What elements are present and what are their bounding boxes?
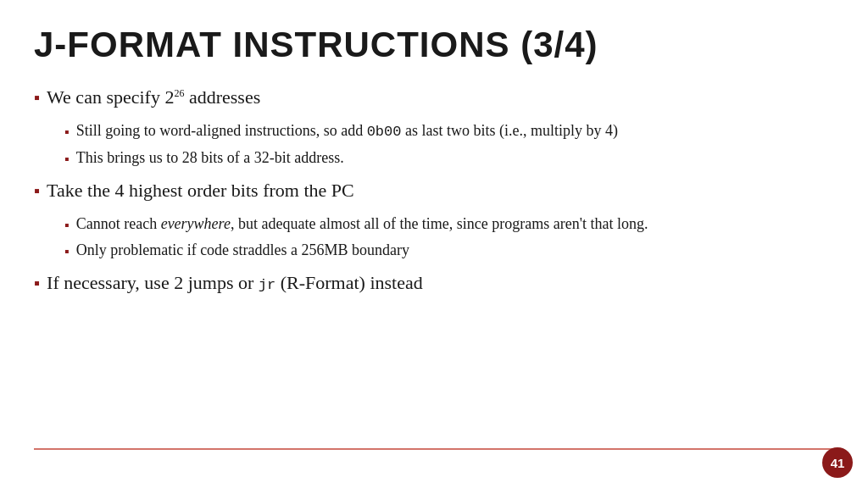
slide: J-Format Instructions (3/4) ▪ We can spe… bbox=[0, 0, 868, 488]
emphasis-everywhere: everywhere bbox=[161, 215, 231, 232]
sub-bullet-2-2: ▪ Only problematic if code straddles a 2… bbox=[64, 239, 834, 262]
bullet-marker-2: ▪ bbox=[34, 178, 40, 203]
code-0b00: 0b00 bbox=[367, 124, 402, 140]
page-number: 41 bbox=[822, 447, 853, 478]
sub-marker-1-1: ▪ bbox=[64, 122, 70, 142]
sub-text-2-2: Only problematic if code straddles a 256… bbox=[76, 239, 409, 262]
bullet-text-2: Take the 4 highest order bits from the P… bbox=[47, 176, 354, 204]
sub-bullets-1: ▪ Still going to word-aligned instructio… bbox=[64, 119, 834, 169]
bullet-l1-1: ▪ We can specify 226 addresses bbox=[34, 83, 834, 111]
sub-text-2-1: Cannot reach everywhere, but adequate al… bbox=[76, 213, 648, 236]
section-3: ▪ If necessary, use 2 jumps or jr (R-For… bbox=[34, 269, 834, 297]
section-2: ▪ Take the 4 highest order bits from the… bbox=[34, 176, 834, 262]
sub-marker-2-1: ▪ bbox=[64, 215, 70, 236]
sub-bullet-1-1: ▪ Still going to word-aligned instructio… bbox=[64, 119, 834, 143]
bullet-text-3: If necessary, use 2 jumps or jr (R-Forma… bbox=[47, 269, 423, 297]
bottom-divider bbox=[34, 448, 834, 450]
sub-text-1-2: This brings us to 28 bits of a 32-bit ad… bbox=[76, 147, 344, 169]
content-area: ▪ We can specify 226 addresses ▪ Still g… bbox=[34, 83, 834, 297]
sub-marker-1-2: ▪ bbox=[64, 149, 70, 169]
sub-marker-2-2: ▪ bbox=[64, 241, 70, 262]
bullet-marker-1: ▪ bbox=[34, 85, 40, 110]
bullet-l1-3: ▪ If necessary, use 2 jumps or jr (R-For… bbox=[34, 269, 834, 297]
sub-bullet-2-1: ▪ Cannot reach everywhere, but adequate … bbox=[64, 213, 834, 236]
sub-bullet-1-2: ▪ This brings us to 28 bits of a 32-bit … bbox=[64, 147, 834, 169]
bullet-l1-2: ▪ Take the 4 highest order bits from the… bbox=[34, 176, 834, 204]
sub-bullets-2: ▪ Cannot reach everywhere, but adequate … bbox=[64, 213, 834, 262]
section-1: ▪ We can specify 226 addresses ▪ Still g… bbox=[34, 83, 834, 169]
bullet-marker-3: ▪ bbox=[34, 270, 40, 296]
sub-text-1-1: Still going to word-aligned instructions… bbox=[76, 119, 618, 143]
slide-title: J-Format Instructions (3/4) bbox=[34, 25, 834, 64]
bullet-text-1: We can specify 226 addresses bbox=[47, 83, 260, 111]
superscript-26: 26 bbox=[174, 87, 184, 99]
code-jr: jr bbox=[259, 277, 275, 293]
